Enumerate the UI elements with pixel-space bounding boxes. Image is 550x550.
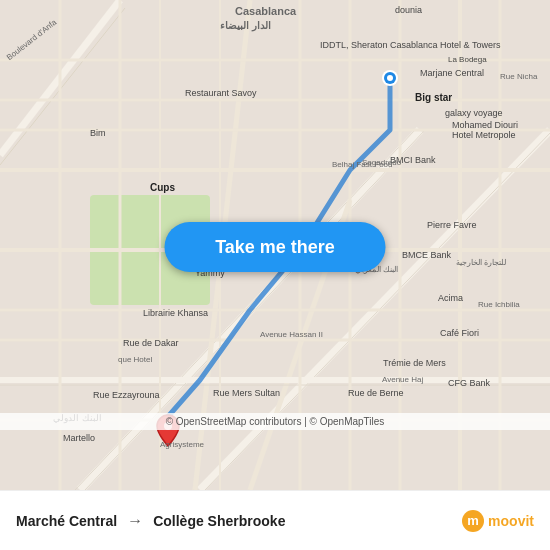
moovit-text: moovit [488, 513, 534, 529]
map-container: Casablanca الدار البيضاء dounia Boulevar… [0, 0, 550, 490]
svg-point-36 [387, 75, 393, 81]
map-attribution: © OpenStreetMap contributors | © OpenMap… [0, 413, 550, 430]
arrow-icon: → [127, 512, 143, 530]
bottom-bar: Marché Central → Collège Sherbrooke m mo… [0, 490, 550, 550]
take-me-there-button[interactable]: Take me there [165, 222, 386, 272]
moovit-icon: m [462, 510, 484, 532]
origin-label: Marché Central [16, 513, 117, 529]
destination-label: Collège Sherbrooke [153, 513, 285, 529]
moovit-m-letter: m [467, 514, 479, 527]
moovit-logo: m moovit [462, 510, 534, 532]
